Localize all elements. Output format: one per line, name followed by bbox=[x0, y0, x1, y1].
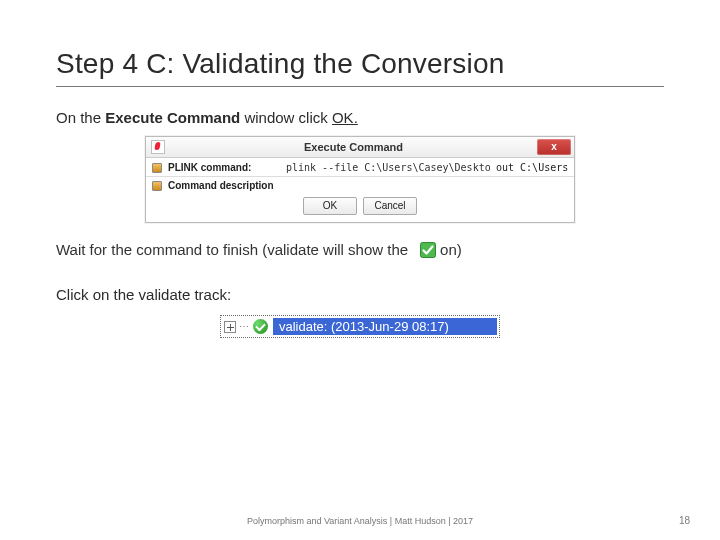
ok-button[interactable]: OK bbox=[303, 197, 357, 215]
java-icon bbox=[151, 140, 165, 154]
wait-text-b: on) bbox=[440, 241, 462, 258]
wait-instruction: Wait for the command to finish (validate… bbox=[56, 241, 664, 258]
text-frag: window click bbox=[240, 109, 332, 126]
plink-command-label: PLINK command: bbox=[168, 162, 280, 173]
wait-text-a: Wait for the command to finish (validate… bbox=[56, 241, 408, 258]
title-underline bbox=[56, 86, 664, 87]
validate-check-icon bbox=[420, 242, 436, 258]
ok-underline: OK. bbox=[332, 109, 358, 126]
slide-footer: Polymorphism and Variant Analysis | Matt… bbox=[0, 516, 720, 526]
close-button[interactable]: x bbox=[537, 139, 571, 155]
command-description-label: Command description bbox=[168, 180, 274, 191]
field-icon bbox=[152, 181, 162, 191]
instruction-line-1: On the Execute Command window click OK. bbox=[56, 109, 664, 126]
dialog-button-row: OK Cancel bbox=[152, 194, 568, 220]
plink-out-value: out C:\Users\ bbox=[496, 162, 568, 173]
dialog-body: PLINK command: plink --file C:\Users\Cas… bbox=[146, 158, 574, 222]
validate-check-circle-icon bbox=[253, 319, 268, 334]
click-track-instruction: Click on the validate track: bbox=[56, 286, 664, 303]
text-frag: On the bbox=[56, 109, 105, 126]
field-icon bbox=[152, 163, 162, 173]
plink-command-value[interactable]: plink --file C:\Users\Casey\Desktop\gwas… bbox=[286, 162, 490, 173]
tree-dots-icon: ⋯ bbox=[239, 321, 248, 332]
row-divider bbox=[146, 176, 574, 177]
dialog-title-text: Execute Command bbox=[170, 141, 537, 153]
validate-track-label: validate: (2013-Jun-29 08:17) bbox=[273, 318, 497, 335]
command-description-row: Command description bbox=[152, 180, 568, 191]
dialog-titlebar: Execute Command x bbox=[146, 137, 574, 158]
page-number: 18 bbox=[679, 515, 690, 526]
page-title: Step 4 C: Validating the Conversion bbox=[56, 48, 664, 80]
execute-command-bold: Execute Command bbox=[105, 109, 240, 126]
cancel-button[interactable]: Cancel bbox=[363, 197, 417, 215]
tree-expand-icon[interactable] bbox=[224, 321, 236, 333]
plink-command-row: PLINK command: plink --file C:\Users\Cas… bbox=[152, 162, 568, 173]
execute-command-dialog: Execute Command x PLINK command: plink -… bbox=[145, 136, 575, 223]
validate-track[interactable]: ⋯ validate: (2013-Jun-29 08:17) bbox=[220, 315, 500, 338]
